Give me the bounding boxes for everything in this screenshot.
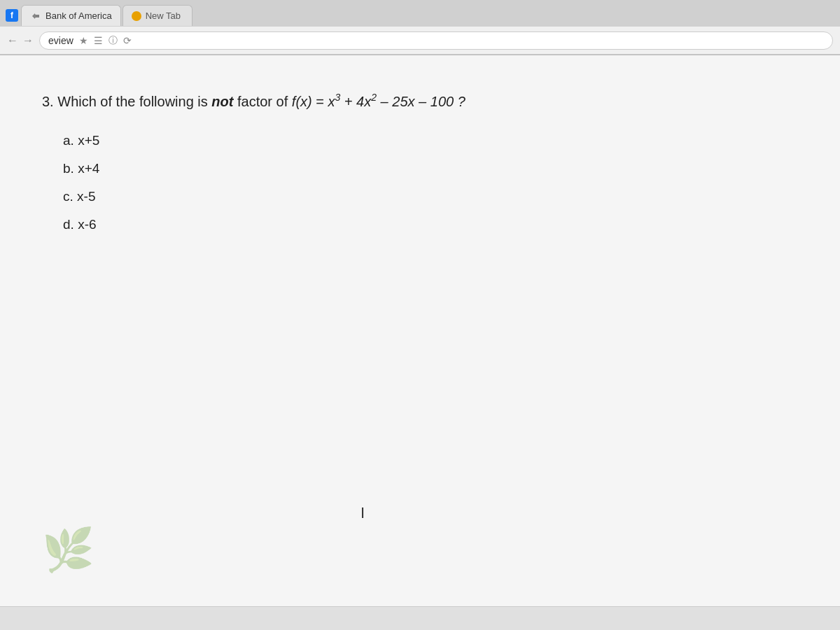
choice-d: d. x-6 bbox=[63, 217, 798, 232]
star-icon[interactable]: ★ bbox=[79, 35, 88, 46]
question-text: 3. Which of the following is not factor … bbox=[42, 90, 798, 112]
facebook-icon: f bbox=[6, 9, 18, 22]
address-text[interactable]: eview bbox=[48, 35, 74, 46]
refresh-icon[interactable]: ⟳ bbox=[123, 35, 132, 46]
browser-chrome: f Bank of America New Tab ← → bbox=[0, 0, 840, 55]
tab-new-tab[interactable]: New Tab bbox=[122, 5, 192, 26]
question-not-word: not bbox=[211, 94, 233, 109]
question-block: 3. Which of the following is not factor … bbox=[42, 90, 798, 232]
text-cursor: I bbox=[360, 504, 365, 522]
page-bottom-bar bbox=[0, 606, 840, 630]
page-content: 3. Which of the following is not factor … bbox=[0, 55, 840, 630]
choice-c-value: x-5 bbox=[77, 189, 95, 204]
tab-bank-of-america[interactable]: Bank of America bbox=[21, 5, 121, 26]
question-expression: x3 + 4x2 – 25x – 100 ? bbox=[328, 94, 465, 109]
question-text-mid: factor of bbox=[233, 94, 291, 109]
new-tab-icon bbox=[132, 11, 141, 21]
address-bar: ← → eview ★ ☰ ⓘ ⟳ bbox=[0, 27, 840, 55]
choice-c-label: c. bbox=[63, 189, 74, 204]
forward-icon[interactable]: → bbox=[22, 34, 34, 47]
new-tab-label: New Tab bbox=[146, 10, 181, 21]
choice-a: a. x+5 bbox=[63, 133, 798, 148]
reader-icon[interactable]: ☰ bbox=[94, 35, 103, 46]
info-icon[interactable]: ⓘ bbox=[108, 34, 118, 47]
bank-tab-icon bbox=[30, 10, 41, 22]
tab-bar: f Bank of America New Tab bbox=[0, 0, 840, 27]
nav-icons: ← → bbox=[7, 34, 34, 47]
question-equals: = bbox=[312, 94, 328, 109]
question-number: 3. bbox=[42, 94, 54, 109]
question-text-start: Which of the following is bbox=[57, 94, 211, 109]
choice-d-label: d. bbox=[63, 217, 74, 232]
choice-a-label: a. bbox=[63, 133, 74, 148]
function-name: f(x) bbox=[292, 94, 312, 109]
choice-c: c. x-5 bbox=[63, 189, 798, 204]
decorative-watermark: 🌿 bbox=[42, 525, 94, 575]
choice-b: b. x+4 bbox=[63, 161, 798, 176]
bank-tab-label: Bank of America bbox=[46, 10, 112, 21]
answer-choices: a. x+5 b. x+4 c. x-5 d. x-6 bbox=[63, 133, 798, 232]
choice-a-value: x+5 bbox=[78, 133, 99, 148]
choice-b-value: x+4 bbox=[78, 161, 99, 176]
choice-d-value: x-6 bbox=[78, 217, 96, 232]
choice-b-label: b. bbox=[63, 161, 74, 176]
back-icon[interactable]: ← bbox=[7, 34, 18, 47]
